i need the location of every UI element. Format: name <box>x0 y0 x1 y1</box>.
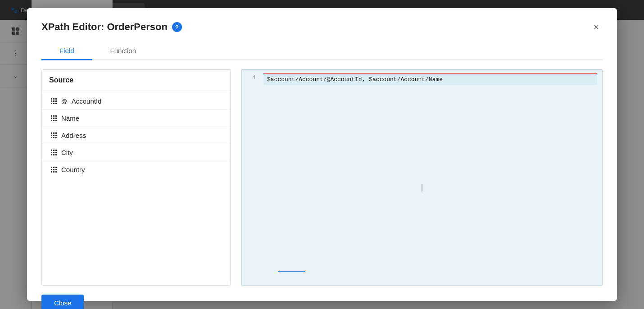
modal-footer: Close <box>41 295 603 309</box>
field-list-inner: @ AccountId Name <box>42 91 230 180</box>
modal-header: XPath Editor: OrderPerson ? × <box>41 21 603 33</box>
tab-field[interactable]: Field <box>41 42 92 60</box>
grid-icon-city <box>51 150 57 155</box>
field-city-label: City <box>61 149 73 156</box>
field-item-accountid[interactable]: @ AccountId <box>42 93 230 110</box>
field-source-panel: Source @ AccountId <box>41 69 231 286</box>
field-item-address[interactable]: Address <box>42 127 230 144</box>
field-item-name[interactable]: Name <box>42 110 230 127</box>
grid-icon-accountid <box>51 98 57 104</box>
modal-tabs: Field Function <box>41 42 603 60</box>
grid-icon-country <box>51 167 57 173</box>
xpath-editor-modal: XPath Editor: OrderPerson ? × Field Func… <box>27 8 617 301</box>
field-item-country[interactable]: Country <box>42 161 230 178</box>
field-item-city[interactable]: City <box>42 144 230 161</box>
tab-function[interactable]: Function <box>92 42 154 60</box>
field-address-label: Address <box>61 132 86 139</box>
modal-overlay: XPath Editor: OrderPerson ? × Field Func… <box>0 0 644 309</box>
modal-title-text: XPath Editor: OrderPerson <box>41 21 168 33</box>
grid-icon-address <box>51 132 57 138</box>
grid-icon-name <box>51 115 57 121</box>
help-icon[interactable]: ? <box>172 22 182 32</box>
field-country-label: Country <box>61 166 85 173</box>
text-cursor: | <box>421 182 423 191</box>
modal-close-button[interactable]: × <box>590 21 603 33</box>
field-name-label: Name <box>61 114 79 122</box>
close-button[interactable]: Close <box>41 295 84 309</box>
cursor-underline <box>278 271 305 272</box>
source-panel-title: Source <box>42 70 230 91</box>
editor-line-1: 1 $account/Account/@AccountId, $account/… <box>242 70 602 88</box>
xpath-editor-panel[interactable]: 1 $account/Account/@AccountId, $account/… <box>241 69 603 286</box>
editor-body[interactable]: | <box>242 88 602 285</box>
modal-body: Source @ AccountId <box>41 69 603 286</box>
line-content-1[interactable]: $account/Account/@AccountId, $account/Ac… <box>263 73 597 85</box>
field-list: @ AccountId Name <box>42 91 230 285</box>
field-accountid-label: AccountId <box>72 97 102 105</box>
accountid-at-sign: @ <box>61 98 67 105</box>
modal-title: XPath Editor: OrderPerson ? <box>41 21 182 33</box>
line-number-1: 1 <box>247 74 256 81</box>
